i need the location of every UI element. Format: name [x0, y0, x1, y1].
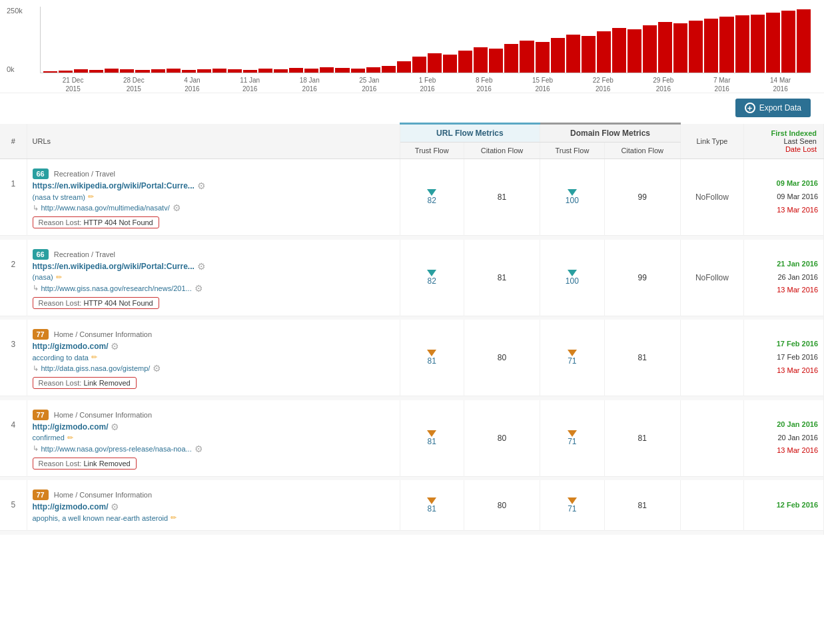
- chart-bar: [689, 21, 703, 73]
- chart-bar: [443, 55, 457, 73]
- reason-lost-box: Reason Lost: Link Removed: [33, 377, 137, 389]
- domain-trust-flow-cell: 71: [540, 400, 604, 477]
- gear-icon-main[interactable]: ⚙: [111, 341, 119, 352]
- trust-flow-value[interactable]: 81: [428, 504, 436, 513]
- domain-citation-flow-cell: 81: [604, 320, 680, 396]
- trust-flow-url-header: Trust Flow: [400, 143, 464, 159]
- pencil-icon[interactable]: ✏: [171, 513, 177, 522]
- chart-x-label: 11 Jan2016: [240, 76, 260, 93]
- reason-lost-box: Reason Lost: HTTP 404 Not Found: [33, 216, 159, 228]
- pencil-icon[interactable]: ✏: [88, 192, 94, 201]
- category-label: Home / Consumer Information: [54, 491, 152, 499]
- row-number: 3: [0, 320, 27, 396]
- gear-icon-main[interactable]: ⚙: [197, 261, 206, 272]
- first-indexed-value: 20 Jan 2016: [749, 418, 818, 432]
- last-seen-value: 20 Jan 2016: [749, 432, 818, 445]
- domain-trust-flow-value[interactable]: 71: [568, 356, 576, 366]
- table-row: 5 77 Home / Consumer Information http://…: [0, 480, 824, 531]
- main-url-link[interactable]: http://gizmodo.com/: [33, 342, 109, 351]
- main-url-link[interactable]: http://gizmodo.com/: [33, 422, 109, 432]
- date-lost-value: 13 Mar 2016: [749, 444, 818, 458]
- chart-x-label: 15 Feb2016: [532, 76, 553, 93]
- pencil-icon[interactable]: ✏: [67, 434, 73, 442]
- chart-bar: [320, 67, 334, 73]
- trust-flow-value[interactable]: 82: [428, 276, 436, 286]
- target-url[interactable]: http://www.nasa.gov/press-release/nasa-n…: [41, 445, 192, 453]
- trust-badge: 77: [33, 329, 49, 340]
- gear-icon-main[interactable]: ⚙: [197, 180, 206, 191]
- last-seen-header: Last Seen: [751, 137, 817, 145]
- chart-bar: [335, 68, 349, 73]
- gear-icon-target[interactable]: ⚙: [195, 444, 203, 454]
- col-urls-header: URLs: [27, 124, 400, 159]
- trust-flow-cell: 82: [400, 240, 464, 316]
- trust-flow-value[interactable]: 81: [428, 437, 436, 446]
- link-type-cell: NoFollow: [680, 159, 743, 236]
- gear-icon-target[interactable]: ⚙: [195, 283, 203, 294]
- export-button[interactable]: + Export Data: [735, 99, 811, 117]
- chart-bar: [412, 57, 426, 73]
- main-url-link[interactable]: https://en.wikipedia.org/wiki/Portal:Cur…: [33, 262, 195, 271]
- target-url[interactable]: http://www.giss.nasa.gov/research/news/2…: [41, 284, 192, 292]
- chart-bar: [105, 69, 119, 73]
- domain-citation-flow-cell: 99: [604, 240, 680, 316]
- dates-cell: 17 Feb 2016 17 Feb 2016 13 Mar 2016: [744, 320, 824, 396]
- gear-icon-main[interactable]: ⚙: [111, 501, 119, 512]
- table-row: 3 77 Home / Consumer Information http://…: [0, 320, 824, 396]
- category-label: Recreation / Travel: [54, 250, 115, 258]
- chart-bar: [597, 31, 611, 73]
- date-lost-value: 13 Mar 2016: [749, 204, 818, 217]
- anchor-text: (nasa tv stream): [33, 193, 85, 201]
- chart-bar: [274, 69, 288, 73]
- chart-x-label: 7 Mar2016: [713, 76, 731, 93]
- domain-trust-flow-value[interactable]: 71: [568, 504, 576, 513]
- chart-bar: [182, 70, 196, 73]
- domain-trust-flow-value[interactable]: 100: [566, 276, 579, 286]
- domain-trust-flow-cell: 71: [540, 480, 604, 531]
- category-label: Recreation / Travel: [54, 170, 115, 178]
- chart-bar: [781, 11, 795, 73]
- citation-flow-cell: 81: [464, 240, 540, 316]
- domain-citation-flow-value: 81: [638, 434, 647, 443]
- target-url[interactable]: http://data.giss.nasa.gov/gistemp/: [41, 364, 151, 372]
- domain-citation-flow-value: 99: [638, 273, 647, 282]
- pencil-icon[interactable]: ✏: [56, 273, 62, 282]
- domain-trust-flow-value[interactable]: 71: [568, 437, 576, 446]
- chart-bar: [474, 47, 488, 73]
- trust-flow-value[interactable]: 82: [428, 196, 436, 205]
- row-number: 1: [0, 159, 27, 236]
- chart-bar: [735, 15, 749, 73]
- reason-lost-box: Reason Lost: HTTP 404 Not Found: [33, 297, 159, 309]
- gear-icon-target[interactable]: ⚙: [173, 202, 181, 213]
- chart-bar: [520, 41, 534, 73]
- trust-flow-value[interactable]: 81: [428, 356, 436, 366]
- link-type-cell: [680, 400, 743, 477]
- main-url-link[interactable]: https://en.wikipedia.org/wiki/Portal:Cur…: [33, 181, 195, 190]
- chart-y-bottom: 0k: [7, 65, 23, 73]
- chart-bar: [658, 22, 672, 73]
- chart-bar: [627, 29, 641, 73]
- chart-bar: [673, 23, 687, 73]
- row-separator: [0, 531, 824, 535]
- chart-bar: [43, 71, 57, 73]
- chart-bar: [566, 35, 580, 73]
- trust-flow-cell: 81: [400, 320, 464, 396]
- citation-flow-cell: 80: [464, 480, 540, 531]
- chart-x-label: 29 Feb2016: [653, 76, 673, 93]
- gear-icon-target[interactable]: ⚙: [153, 363, 161, 374]
- domain-citation-flow-cell: 81: [604, 480, 680, 531]
- first-indexed-value: 21 Jan 2016: [749, 258, 818, 271]
- domain-citation-flow-cell: 99: [604, 159, 680, 236]
- date-lost-value: 13 Mar 2016: [749, 284, 818, 297]
- domain-trust-flow-cell: 71: [540, 320, 604, 396]
- chart-bar: [643, 25, 657, 73]
- main-url-link[interactable]: http://gizmodo.com/: [33, 502, 109, 511]
- gear-icon-main[interactable]: ⚙: [111, 422, 119, 432]
- citation-flow-value: 80: [498, 501, 506, 510]
- link-type-cell: [680, 320, 743, 396]
- pencil-icon[interactable]: ✏: [91, 353, 97, 362]
- chart-bar: [167, 69, 181, 73]
- target-url[interactable]: http://www.nasa.gov/multimedia/nasatv/: [41, 204, 170, 212]
- trust-badge: 66: [33, 249, 49, 260]
- domain-trust-flow-value[interactable]: 100: [566, 196, 579, 205]
